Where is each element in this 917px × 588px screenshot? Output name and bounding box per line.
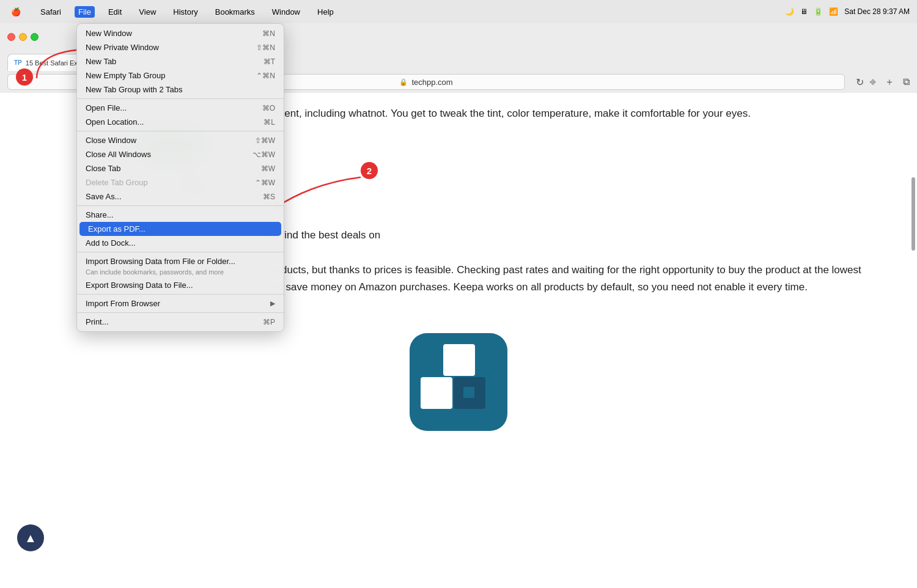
menu-item-shortcut: ⌘L	[263, 118, 275, 127]
menu-item-export-pdf[interactable]: Export as PDF...	[79, 222, 281, 236]
menubar-edit[interactable]: Edit	[105, 6, 125, 18]
menu-item-save-as[interactable]: Save As... ⌘S	[77, 189, 284, 204]
tab-favicon: TP	[14, 59, 22, 66]
menubar-right: 🌙 🖥 🔋 📶 Sat Dec 28 9:37 AM	[785, 7, 910, 16]
close-button[interactable]	[7, 33, 15, 41]
menu-separator	[77, 312, 284, 313]
menu-item-new-empty-tab-group[interactable]: New Empty Tab Group ⌃⌘N	[77, 68, 284, 83]
menu-item-label: Share...	[86, 210, 275, 219]
menu-item-label: Save As...	[86, 192, 251, 201]
screen-icon: 🖥	[800, 7, 808, 16]
tabs-overview-icon[interactable]: ⧉	[903, 76, 910, 87]
scrollbar-thumb[interactable]	[911, 177, 915, 251]
menu-item-shortcut: ⌘N	[262, 29, 275, 38]
menu-item-shortcut: ⌃⌘N	[256, 72, 275, 80]
menu-item-export-browsing-data[interactable]: Export Browsing Data to File...	[77, 278, 284, 292]
toolbar-actions: ⎆ ＋ ⧉	[870, 76, 910, 89]
menu-item-import-browsing-data[interactable]: Import Browsing Data from File or Folder…	[77, 254, 284, 268]
menu-item-close-tab[interactable]: Close Tab ⌘W	[77, 161, 284, 175]
menu-separator	[77, 205, 284, 206]
menu-item-shortcut: ⌘S	[263, 193, 275, 201]
menu-item-close-window[interactable]: Close Window ⇧⌘W	[77, 133, 284, 147]
menubar-left: 🍎 Safari File Edit View History Bookmark…	[7, 6, 337, 18]
scrollbar[interactable]	[911, 163, 916, 588]
svg-rect-1	[443, 344, 475, 376]
menu-item-new-tab-group-2tabs[interactable]: New Tab Group with 2 Tabs	[77, 83, 284, 97]
menubar-history[interactable]: History	[169, 6, 201, 18]
menu-item-label: Delete Tab Group	[86, 178, 243, 187]
menu-item-new-private-window[interactable]: New Private Window ⇧⌘N	[77, 40, 284, 54]
reload-button[interactable]: ↻	[856, 76, 864, 88]
menu-item-label: Import Browsing Data from File or Folder…	[86, 257, 275, 266]
menu-item-shortcut: ⌘T	[263, 57, 275, 66]
menu-item-delete-tab-group: Delete Tab Group ⌃⌘W	[77, 175, 284, 189]
menu-item-open-location[interactable]: Open Location... ⌘L	[77, 115, 284, 129]
menu-item-shortcut: ⇧⌘W	[255, 136, 275, 145]
menubar-bookmarks[interactable]: Bookmarks	[212, 6, 259, 18]
menu-item-label: Add to Dock...	[86, 238, 275, 248]
battery-icon: 🔋	[814, 7, 823, 16]
menu-item-close-all-windows[interactable]: Close All Windows ⌥⌘W	[77, 147, 284, 161]
menu-item-label: Close All Windows	[86, 150, 240, 159]
menu-item-label: Open Location...	[86, 117, 251, 127]
lock-icon: 🔒	[399, 78, 408, 86]
menu-item-open-file[interactable]: Open File... ⌘O	[77, 101, 284, 115]
menu-item-import-from-browser[interactable]: Import From Browser ▶	[77, 296, 284, 311]
menu-item-label: Open File...	[86, 103, 250, 112]
menu-item-label: Close Window	[86, 136, 243, 145]
menu-item-label: New Tab Group with 2 Tabs	[86, 85, 263, 94]
svg-rect-2	[421, 377, 452, 409]
menu-item-print[interactable]: Print... ⌘P	[77, 315, 284, 329]
menubar-window[interactable]: Window	[268, 6, 304, 18]
menubar-safari[interactable]: Safari	[37, 6, 65, 18]
menu-item-label: New Tab	[86, 57, 251, 66]
menu-item-share[interactable]: Share...	[77, 208, 284, 222]
menubar: 🍎 Safari File Edit View History Bookmark…	[0, 0, 917, 23]
menu-item-label: Close Tab	[86, 164, 249, 173]
submenu-arrow-icon: ▶	[270, 300, 275, 307]
menu-item-shortcut: ⇧⌘N	[256, 43, 275, 52]
menu-item-label: New Private Window	[86, 43, 244, 52]
menu-item-shortcut: ⌥⌘W	[252, 150, 275, 159]
menu-item-shortcut: ⌘W	[261, 164, 275, 173]
menu-item-label: Export Browsing Data to File...	[86, 281, 275, 290]
menu-separator	[77, 252, 284, 252]
menu-item-new-window[interactable]: New Window ⌘N	[77, 26, 284, 40]
menu-item-shortcut: ⌘P	[263, 318, 275, 326]
menu-separator	[77, 294, 284, 295]
share-icon[interactable]: ⎆	[870, 76, 876, 87]
menu-separator	[77, 98, 284, 99]
wifi-icon: 📶	[829, 7, 838, 16]
menu-item-label: New Empty Tab Group	[86, 71, 244, 80]
menubar-help[interactable]: Help	[314, 6, 337, 18]
back-to-top-button[interactable]: ▲	[17, 524, 44, 551]
app-icon-container	[0, 333, 917, 431]
menu-sub-text: Can include bookmarks, passwords, and mo…	[77, 268, 284, 278]
menu-item-label: Import From Browser	[86, 299, 265, 308]
url-display: techpp.com	[411, 78, 452, 87]
app-icon	[410, 333, 507, 431]
menu-item-new-tab[interactable]: New Tab ⌘T	[77, 54, 284, 68]
maximize-button[interactable]	[31, 33, 39, 41]
menu-item-shortcut: ⌘O	[262, 104, 275, 112]
svg-rect-4	[463, 387, 474, 398]
moon-icon: 🌙	[785, 7, 794, 16]
menu-item-label: Print...	[86, 317, 251, 326]
menu-item-label: Export as PDF...	[88, 224, 273, 233]
minimize-button[interactable]	[19, 33, 27, 41]
menu-item-add-to-dock[interactable]: Add to Dock...	[77, 236, 284, 250]
menu-item-label: New Window	[86, 29, 250, 38]
menu-separator	[77, 131, 284, 131]
menubar-file[interactable]: File	[75, 6, 95, 18]
file-menu-dropdown: New Window ⌘N New Private Window ⇧⌘N New…	[76, 23, 284, 332]
annotation-2: 2	[361, 162, 378, 179]
new-tab-icon[interactable]: ＋	[885, 76, 894, 89]
apple-menu[interactable]: 🍎	[7, 6, 24, 18]
menubar-view[interactable]: View	[135, 6, 160, 18]
annotation-1: 1	[16, 68, 33, 86]
datetime-label: Sat Dec 28 9:37 AM	[844, 7, 910, 16]
traffic-lights	[7, 33, 39, 41]
menu-item-shortcut: ⌃⌘W	[255, 178, 275, 187]
